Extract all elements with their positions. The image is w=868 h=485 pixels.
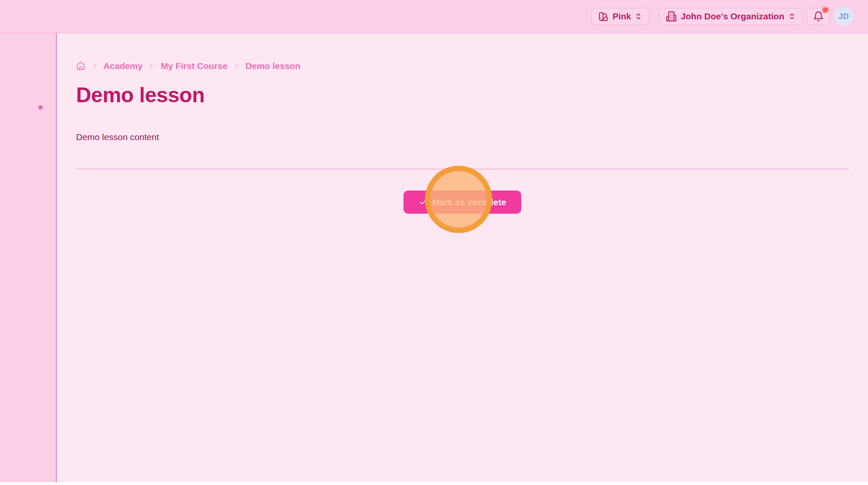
notification-dot — [822, 6, 829, 13]
home-icon — [76, 61, 85, 71]
breadcrumb-item-lesson[interactable]: Demo lesson — [245, 61, 301, 71]
chevron-right-icon — [148, 63, 155, 70]
mark-as-complete-button[interactable]: Mark as complete — [404, 191, 521, 214]
main-content: Academy My First Course Demo lesson Demo… — [57, 33, 868, 482]
theme-selector-label: Pink — [612, 11, 631, 21]
user-avatar[interactable]: JD — [834, 7, 853, 26]
chevron-right-icon — [91, 63, 98, 70]
breadcrumb-item-academy[interactable]: Academy — [103, 61, 142, 71]
content-divider — [76, 169, 849, 170]
breadcrumb-home-link[interactable] — [76, 61, 85, 71]
notifications-button[interactable] — [807, 8, 830, 25]
bottom-edge-strip — [0, 482, 868, 485]
breadcrumb: Academy My First Course Demo lesson — [76, 61, 849, 71]
breadcrumb-item-course[interactable]: My First Course — [161, 61, 227, 71]
chevrons-up-down-icon — [635, 13, 642, 20]
check-icon — [419, 198, 427, 207]
mark-as-complete-label: Mark as complete — [432, 197, 506, 207]
organization-selector-label: John Doe's Organization — [681, 11, 784, 21]
chevron-right-icon — [233, 63, 240, 70]
lesson-content-text: Demo lesson content — [76, 132, 849, 143]
sidebar-collapsed-item — [39, 106, 42, 109]
avatar-initials: JD — [839, 12, 849, 21]
swatch-book-icon — [598, 11, 609, 22]
page-title: Demo lesson — [76, 83, 849, 107]
building-icon — [666, 11, 677, 22]
organization-selector-button[interactable]: John Doe's Organization — [659, 8, 802, 25]
topbar: Pink John Doe's Organization — [0, 0, 868, 33]
chevrons-up-down-icon — [788, 13, 796, 20]
bell-icon — [813, 11, 824, 22]
theme-selector-button[interactable]: Pink — [591, 8, 649, 25]
sidebar — [0, 33, 57, 482]
app-root: Pink John Doe's Organization — [0, 0, 868, 485]
